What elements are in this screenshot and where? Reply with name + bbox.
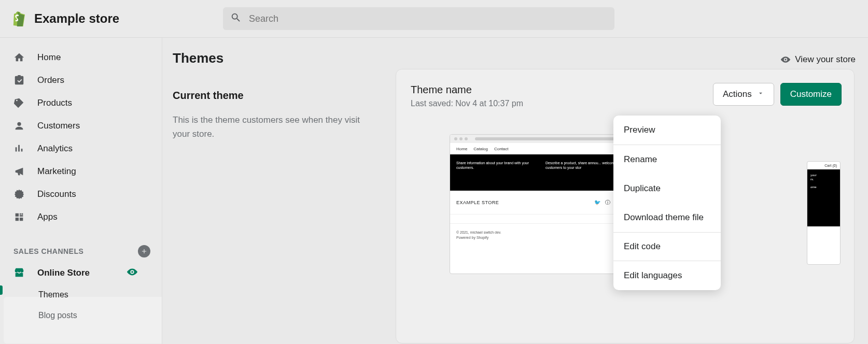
nav-marketing[interactable]: Marketing [0,160,162,183]
nav-apps[interactable]: Apps [0,206,162,228]
nav-label: Customers [37,121,80,131]
shopify-logo-icon [10,11,25,26]
nav-analytics[interactable]: Analytics [0,137,162,160]
search-icon [230,12,242,25]
nav-label: Marketing [37,166,76,177]
nav-label: Apps [37,212,58,222]
theme-preview-desktop: Home Catalog Contact Share information a… [450,134,626,274]
channel-online-store[interactable]: Online Store [0,262,162,284]
sidebar: Home Orders Products Customers Analytics… [0,38,162,344]
search-bar[interactable] [223,7,614,30]
dropdown-duplicate[interactable]: Duplicate [613,174,721,203]
actions-dropdown: Preview Rename Duplicate Download theme … [613,116,721,290]
add-channel-button[interactable] [138,245,150,257]
view-store-label: View your store [795,54,856,65]
nav-label: Products [37,98,72,108]
sales-channels-label: SALES CHANNELS [13,247,83,255]
caret-down-icon [752,89,764,99]
search-input[interactable] [249,13,607,24]
theme-preview-mobile: Cart (0) your rs. ome [807,161,841,265]
nav-products[interactable]: Products [0,92,162,114]
dropdown-edit-languages[interactable]: Edit languages [613,261,721,290]
subnav-blog-posts[interactable]: Blog posts [0,305,162,326]
store-name: Example store [34,11,119,26]
eye-icon[interactable] [127,266,150,280]
nav-label: Discounts [37,189,76,199]
nav-label: Home [37,52,61,63]
current-theme-description: This is the theme customers see when the… [173,113,375,141]
dropdown-edit-code[interactable]: Edit code [613,232,721,261]
channel-label: Online Store [37,268,90,278]
subnav-themes[interactable]: Themes [0,284,162,305]
nav-orders[interactable]: Orders [0,69,162,92]
nav-label: Analytics [37,144,73,154]
dropdown-rename[interactable]: Rename [613,145,721,174]
page-title: Themes [173,50,223,66]
dropdown-download[interactable]: Download theme file [613,203,721,232]
nav-discounts[interactable]: Discounts [0,183,162,206]
actions-button[interactable]: Actions [713,83,774,106]
view-store-link[interactable]: View your store [780,54,856,65]
dropdown-preview[interactable]: Preview [613,116,721,145]
current-theme-title: Current theme [173,90,375,102]
nav-customers[interactable]: Customers [0,114,162,137]
nav-label: Orders [37,75,64,85]
nav-home[interactable]: Home [0,46,162,69]
customize-button[interactable]: Customize [780,83,842,106]
